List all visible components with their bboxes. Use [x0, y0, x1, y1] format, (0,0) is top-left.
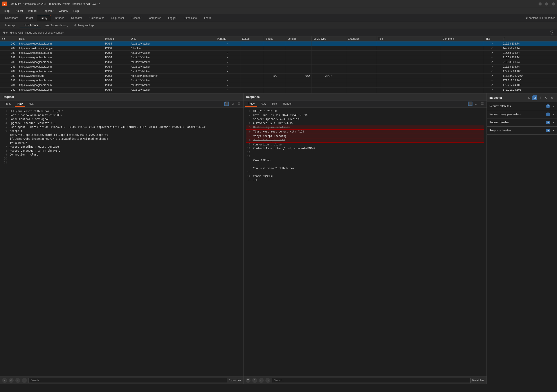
inspector-columns-icon[interactable]: ⫴	[538, 96, 543, 100]
close-button[interactable]: ✕	[552, 2, 555, 6]
response-menu-icon[interactable]: ☰	[480, 102, 485, 106]
tab-intruder[interactable]: Intruder	[51, 15, 67, 21]
tab-collaborator[interactable]: Collaborator	[86, 15, 107, 21]
col-header-params[interactable]: Params	[215, 36, 240, 41]
inspector-section-item[interactable]: Request query parameters 1 ▾	[487, 110, 557, 119]
line-content: GET /?url=asdf.ctfhub.com HTTP/1.1	[10, 109, 241, 113]
proxy-tab-websockets[interactable]: WebSockets history	[42, 23, 71, 28]
response-tab-hex[interactable]: Hex	[270, 101, 279, 107]
captcha-killer-tab[interactable]: ⚙ captcha-killer-modified	[526, 16, 555, 20]
response-send-icon[interactable]: ⬛	[468, 102, 473, 106]
request-tab-raw[interactable]: Raw	[15, 101, 25, 107]
response-settings-btn[interactable]: ⚙	[252, 378, 257, 383]
response-tab-raw[interactable]: Raw	[258, 101, 269, 107]
tab-learn[interactable]: Learn	[201, 15, 214, 21]
cell-url: /oauth2/v4/token	[129, 55, 215, 60]
table-row[interactable]: 282 https://www.googleapis.com POST /oau…	[0, 78, 557, 83]
table-row[interactable]: 285 https://www.googleapis.com POST /oau…	[0, 64, 557, 69]
table-row[interactable]: 284 https://www.googleapis.com POST /oau…	[0, 69, 557, 74]
request-next-btn[interactable]: →	[22, 378, 27, 383]
table-row[interactable]: 289 https://android.clients.google.... P…	[0, 46, 557, 51]
menu-burp[interactable]: Burp	[2, 9, 12, 13]
request-settings-btn[interactable]: ⚙	[9, 378, 14, 383]
col-header-mime[interactable]: MIME type	[311, 36, 346, 41]
response-next-btn[interactable]: →	[265, 378, 270, 383]
col-header-tls[interactable]: TLS	[484, 36, 501, 41]
table-row[interactable]: 281 https://www.googleapis.com POST /oau…	[0, 83, 557, 88]
line-content	[253, 170, 484, 174]
section-right: 1 ▾	[546, 112, 554, 116]
filter-help-button[interactable]: ?	[550, 31, 554, 35]
chevron-down-icon: ▾	[553, 129, 554, 132]
tab-dashboard[interactable]: Dashboard	[2, 15, 22, 21]
tab-decoder[interactable]: Decoder	[128, 15, 145, 21]
request-search-input[interactable]	[29, 378, 227, 383]
request-help-btn[interactable]: ?	[2, 378, 7, 383]
table-row[interactable]: 290 https://www.googleapis.com POST /oau…	[0, 41, 557, 46]
col-header-length[interactable]: Length	[286, 36, 312, 41]
response-tab-pretty[interactable]: Pretty	[245, 101, 257, 107]
response-search-input[interactable]	[272, 378, 470, 383]
section-right: 2 ▾	[546, 104, 554, 108]
inspector-settings-icon[interactable]: ⚙	[544, 96, 549, 100]
response-help-btn[interactable]: ?	[246, 378, 251, 383]
tab-logger[interactable]: Logger	[165, 15, 180, 21]
request-menu-icon[interactable]: ☰	[237, 102, 242, 106]
inspector-list-icon[interactable]: ⊟	[532, 96, 537, 100]
table-row[interactable]: 287 https://www.googleapis.com POST /oau…	[0, 55, 557, 60]
col-header-ip[interactable]: IP	[501, 36, 557, 41]
menu-project[interactable]: Project	[13, 9, 25, 13]
table-row[interactable]: 280 https://www.googleapis.com POST /oau…	[0, 88, 557, 92]
col-header-host[interactable]: Host	[17, 36, 103, 41]
response-prev-btn[interactable]: ←	[259, 378, 264, 383]
table-row[interactable]: 288 https://www.googleapis.com POST /oau…	[0, 51, 557, 55]
cell-title	[376, 69, 441, 74]
maximize-button[interactable]: □	[545, 2, 548, 6]
filter-text[interactable]: Filter: Hiding CSS, image and general bi…	[3, 31, 64, 34]
response-tab-render[interactable]: Render	[280, 101, 294, 107]
table-row[interactable]: 283 https://www.nssctf.cn POST /api/user…	[0, 74, 557, 78]
cell-edited	[240, 51, 264, 55]
col-header-title[interactable]: Title	[376, 36, 441, 41]
cell-edited	[240, 74, 264, 78]
tab-proxy[interactable]: Proxy	[37, 15, 51, 21]
proxy-tab-intercept[interactable]: Intercept	[2, 23, 19, 28]
minimize-button[interactable]: —	[539, 2, 542, 6]
proxy-settings-button[interactable]: ⚙ Proxy settings	[72, 23, 96, 28]
col-header-url[interactable]: URL	[129, 36, 215, 41]
menu-repeater[interactable]: Repeater	[41, 9, 56, 13]
request-wrap-icon[interactable]: ↵	[230, 102, 235, 106]
col-header-ext[interactable]: Extension	[346, 36, 376, 41]
request-tab-pretty[interactable]: Pretty	[2, 101, 14, 107]
request-prev-btn[interactable]: ←	[15, 378, 20, 383]
inspector-section-badge: 8	[546, 121, 550, 124]
tab-comparer[interactable]: Comparer	[145, 15, 164, 21]
menu-intruder[interactable]: Intruder	[26, 9, 40, 13]
col-header-num[interactable]: # ▾	[0, 36, 17, 41]
line-content: Tips: Host must be end with '123'	[253, 130, 484, 134]
cell-ext	[346, 88, 376, 92]
inspector-section-item[interactable]: Request attributes 2 ▾	[487, 102, 557, 110]
request-send-icon[interactable]: ⬛	[224, 102, 229, 106]
inspector-grid-icon[interactable]: ⊞	[527, 96, 532, 100]
menu-help[interactable]: Help	[71, 9, 81, 13]
menu-window[interactable]: Window	[57, 9, 70, 13]
request-tab-hex[interactable]: Hex	[26, 101, 36, 107]
table-row[interactable]: 286 https://www.googleapis.com POST /oau…	[0, 60, 557, 64]
inspector-section-item[interactable]: Response headers 9 ▾	[487, 127, 557, 135]
col-header-comment[interactable]: Comment	[441, 36, 484, 41]
col-header-edited[interactable]: Edited	[240, 36, 264, 41]
inspector-section-item[interactable]: Request headers 8 ▾	[487, 119, 557, 127]
line-number: 1	[3, 109, 7, 113]
tab-repeater[interactable]: Repeater	[68, 15, 85, 21]
tab-target[interactable]: Target	[22, 15, 36, 21]
col-header-method[interactable]: Method	[103, 36, 129, 41]
col-header-status[interactable]: Status	[264, 36, 286, 41]
proxy-tab-http-history[interactable]: HTTP history	[20, 23, 41, 28]
cell-status	[264, 69, 286, 74]
tab-sequencer[interactable]: Sequencer	[108, 15, 128, 21]
line-number	[3, 133, 7, 137]
tab-extensions[interactable]: Extensions	[180, 15, 200, 21]
inspector-close-icon[interactable]: ✕	[549, 96, 554, 100]
response-wrap-icon[interactable]: ↵	[474, 102, 479, 106]
